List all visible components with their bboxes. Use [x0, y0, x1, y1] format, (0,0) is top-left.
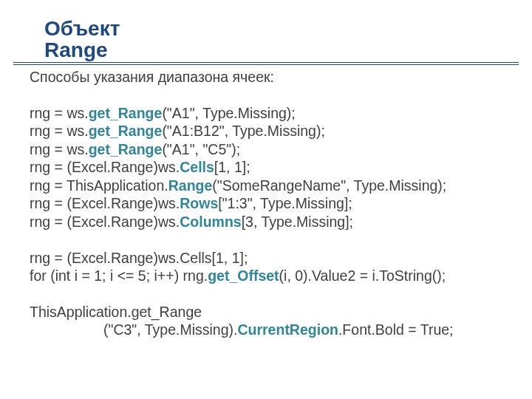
- property-current-region: CurrentRegion: [237, 321, 338, 338]
- property-cells: Cells: [180, 159, 214, 175]
- intro-text: Способы указания диапазона ячеек:: [30, 68, 510, 86]
- code-line: rng = (Excel.Range)ws.Rows["1:3", Type.M…: [30, 194, 510, 213]
- method-get-range: get_Range: [89, 141, 163, 157]
- property-range: Range: [168, 177, 213, 194]
- title-line-2: Range: [44, 38, 108, 61]
- method-get-offset: get_Offset: [208, 267, 279, 284]
- code-line: rng = ThisApplication.Range("SomeRangeNa…: [30, 177, 510, 195]
- code-line: ThisApplication.get_Range: [30, 303, 510, 321]
- title-line-1: Объект: [44, 17, 120, 40]
- slide-title: Объект Range: [44, 18, 120, 61]
- method-get-range: get_Range: [89, 123, 163, 139]
- code-line: rng = (Excel.Range)ws.Cells[1, 1];: [30, 158, 510, 177]
- property-columns: Columns: [180, 214, 241, 230]
- code-line: rng = (Excel.Range)ws.Columns[3, Type.Mi…: [30, 213, 510, 231]
- code-line: rng = ws.get_Range("A1:B12", Type.Missin…: [30, 122, 510, 140]
- property-rows: Rows: [180, 195, 218, 211]
- code-line: rng = (Excel.Range)ws.Cells[1, 1];: [30, 249, 510, 267]
- code-line: rng = ws.get_Range("A1", "C5");: [30, 140, 510, 159]
- code-line: for (int i = 1; i <= 5; i++) rng.get_Off…: [30, 267, 510, 285]
- title-underline: [13, 62, 519, 65]
- slide-body: Способы указания диапазона ячеек: rng = …: [30, 68, 510, 339]
- code-line: ("C3", Type.Missing).CurrentRegion.Font.…: [30, 321, 510, 339]
- method-get-range: get_Range: [89, 105, 163, 121]
- code-line: rng = ws.get_Range("A1", Type.Missing);: [30, 104, 510, 123]
